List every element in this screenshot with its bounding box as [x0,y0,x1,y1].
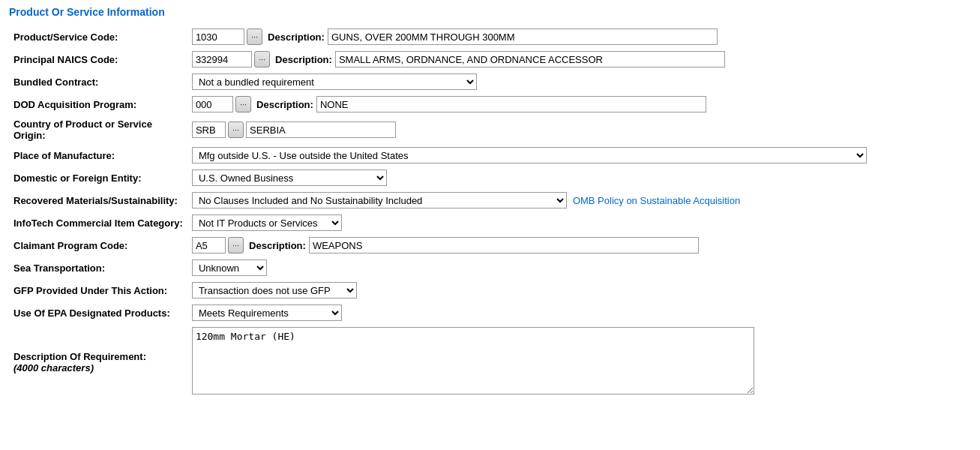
place-manufacture-label: Place of Manufacture: [9,144,187,166]
desc-req-label: Description Of Requirement: (4000 charac… [9,324,187,400]
infotech-label: InfoTech Commercial Item Category: [9,212,187,234]
country-field: ··· [187,116,971,144]
omb-link[interactable]: OMB Policy on Sustainable Acquisition [573,195,740,206]
desc-req-textarea[interactable]: 120mm Mortar (HE) [192,327,754,394]
dod-program-desc-label: Description: [256,99,313,110]
country-name-input[interactable] [246,122,396,138]
dod-program-input[interactable] [192,96,233,112]
domestic-foreign-field: U.S. Owned Business Foreign-Owned Busine… [187,166,971,189]
bundled-contract-select[interactable]: Not a bundled requirement Bundled Substa… [192,74,477,90]
domestic-foreign-select[interactable]: U.S. Owned Business Foreign-Owned Busine… [192,170,387,186]
desc-req-field: 120mm Mortar (HE) [187,324,971,400]
country-code-input[interactable] [192,122,226,138]
country-lookup-button[interactable]: ··· [228,122,244,138]
epa-label: Use Of EPA Designated Products: [9,302,187,324]
claimant-field: ··· Description: [187,234,971,256]
country-label: Country of Product or ServiceOrigin: [9,116,187,144]
recovered-field: No Clauses Included and No Sustainabilit… [187,189,971,212]
sea-transport-select[interactable]: Unknown Yes No [192,260,267,276]
claimant-label: Claimant Program Code: [9,234,187,256]
epa-field: Meets Requirements Exemption Claimed Not… [187,302,971,324]
claimant-lookup-button[interactable]: ··· [228,237,244,254]
dod-program-lookup-button[interactable]: ··· [235,96,251,112]
infotech-select[interactable]: Not IT Products or Services IT Products … [192,214,342,231]
place-manufacture-field: Mfg outside U.S. - Use outside the Unite… [187,144,971,166]
product-service-desc-label: Description: [268,32,325,43]
infotech-field: Not IT Products or Services IT Products … [187,212,971,234]
principal-naics-label: Principal NAICS Code: [9,48,187,70]
dod-program-label: DOD Acquisition Program: [9,93,187,116]
gfp-field: Transaction does not use GFP Yes - GFP P… [187,279,971,302]
product-service-code-lookup-button[interactable]: ··· [247,28,262,45]
sea-transport-label: Sea Transportation: [9,256,187,279]
product-service-code-field: ··· Description: [187,26,971,48]
recovered-label: Recovered Materials/Sustainability: [9,189,187,212]
place-manufacture-select[interactable]: Mfg outside U.S. - Use outside the Unite… [192,147,867,164]
dod-program-desc-input[interactable] [316,96,706,112]
gfp-label: GFP Provided Under This Action: [9,279,187,302]
principal-naics-input[interactable] [192,51,252,68]
principal-naics-lookup-button[interactable]: ··· [254,51,270,68]
claimant-desc-label: Description: [249,240,306,251]
desc-req-chars: (4000 characters) [13,362,94,374]
sea-transport-field: Unknown Yes No [187,256,971,279]
bundled-contract-label: Bundled Contract: [9,70,187,93]
bundled-contract-field: Not a bundled requirement Bundled Substa… [187,70,971,93]
gfp-select[interactable]: Transaction does not use GFP Yes - GFP P… [192,282,357,298]
product-service-code-input[interactable] [192,28,244,45]
product-service-desc-input[interactable] [328,28,718,45]
claimant-code-input[interactable] [192,237,226,254]
claimant-desc-input[interactable] [309,237,699,254]
principal-naics-desc-input[interactable] [335,51,725,68]
recovered-select[interactable]: No Clauses Included and No Sustainabilit… [192,192,567,208]
product-service-code-label: Product/Service Code: [9,26,187,48]
epa-select[interactable]: Meets Requirements Exemption Claimed Not… [192,304,342,321]
dod-program-field: ··· Description: [187,93,971,116]
principal-naics-field: ··· Description: [187,48,971,70]
domestic-foreign-label: Domestic or Foreign Entity: [9,166,187,189]
principal-naics-desc-label: Description: [275,54,332,65]
section-title: Product Or Service Information [9,6,971,18]
